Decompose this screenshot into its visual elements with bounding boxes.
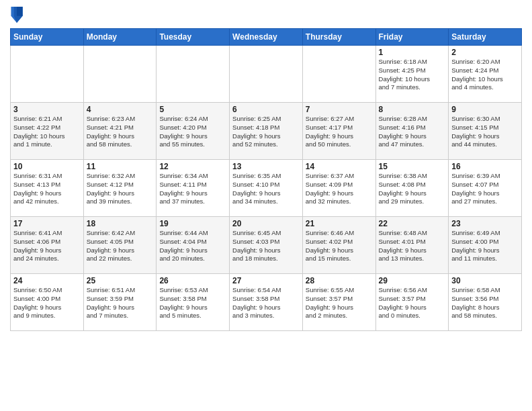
day-number: 22 xyxy=(379,219,446,228)
calendar-cell: 22Sunrise: 6:48 AM Sunset: 4:01 PM Dayli… xyxy=(375,217,449,274)
day-info: Sunrise: 6:28 AM Sunset: 4:16 PM Dayligh… xyxy=(379,115,446,149)
calendar-cell: 17Sunrise: 6:41 AM Sunset: 4:06 PM Dayli… xyxy=(11,217,84,274)
day-info: Sunrise: 6:21 AM Sunset: 4:22 PM Dayligh… xyxy=(13,115,81,149)
calendar-cell: 18Sunrise: 6:42 AM Sunset: 4:05 PM Dayli… xyxy=(83,217,157,274)
calendar-cell: 1Sunrise: 6:18 AM Sunset: 4:25 PM Daylig… xyxy=(375,46,449,103)
calendar-cell: 16Sunrise: 6:39 AM Sunset: 4:07 PM Dayli… xyxy=(449,160,522,217)
day-number: 4 xyxy=(87,105,154,114)
calendar-cell: 6Sunrise: 6:25 AM Sunset: 4:18 PM Daylig… xyxy=(230,103,303,160)
day-info: Sunrise: 6:34 AM Sunset: 4:11 PM Dayligh… xyxy=(159,172,226,206)
day-info: Sunrise: 6:32 AM Sunset: 4:12 PM Dayligh… xyxy=(87,172,154,206)
day-info: Sunrise: 6:24 AM Sunset: 4:20 PM Dayligh… xyxy=(159,115,226,149)
day-info: Sunrise: 6:44 AM Sunset: 4:04 PM Dayligh… xyxy=(159,229,226,263)
day-info: Sunrise: 6:42 AM Sunset: 4:05 PM Dayligh… xyxy=(87,229,154,263)
calendar-cell: 27Sunrise: 6:54 AM Sunset: 3:58 PM Dayli… xyxy=(230,274,303,331)
logo-icon xyxy=(10,7,24,23)
logo xyxy=(10,7,25,23)
day-number: 16 xyxy=(451,162,519,171)
weekday-header-row: SundayMondayTuesdayWednesdayThursdayFrid… xyxy=(11,29,522,46)
day-number: 18 xyxy=(87,219,154,228)
day-number: 17 xyxy=(13,219,81,228)
day-number: 29 xyxy=(379,276,446,285)
day-number: 28 xyxy=(306,276,373,285)
calendar-cell: 8Sunrise: 6:28 AM Sunset: 4:16 PM Daylig… xyxy=(375,103,449,160)
day-number: 8 xyxy=(379,105,446,114)
calendar-week-row: 24Sunrise: 6:50 AM Sunset: 4:00 PM Dayli… xyxy=(11,274,522,331)
calendar-week-row: 10Sunrise: 6:31 AM Sunset: 4:13 PM Dayli… xyxy=(11,160,522,217)
day-number: 30 xyxy=(451,276,519,285)
day-info: Sunrise: 6:27 AM Sunset: 4:17 PM Dayligh… xyxy=(306,115,373,149)
day-number: 21 xyxy=(306,219,373,228)
calendar-cell: 12Sunrise: 6:34 AM Sunset: 4:11 PM Dayli… xyxy=(157,160,230,217)
day-number: 7 xyxy=(306,105,373,114)
day-number: 1 xyxy=(379,48,446,57)
day-number: 23 xyxy=(451,219,519,228)
day-info: Sunrise: 6:23 AM Sunset: 4:21 PM Dayligh… xyxy=(87,115,154,149)
day-info: Sunrise: 6:51 AM Sunset: 3:59 PM Dayligh… xyxy=(87,286,154,320)
calendar-cell: 9Sunrise: 6:30 AM Sunset: 4:15 PM Daylig… xyxy=(449,103,522,160)
day-info: Sunrise: 6:50 AM Sunset: 4:00 PM Dayligh… xyxy=(13,286,81,320)
calendar-cell: 14Sunrise: 6:37 AM Sunset: 4:09 PM Dayli… xyxy=(302,160,375,217)
day-number: 6 xyxy=(232,105,300,114)
day-info: Sunrise: 6:58 AM Sunset: 3:56 PM Dayligh… xyxy=(451,286,519,320)
day-info: Sunrise: 6:38 AM Sunset: 4:08 PM Dayligh… xyxy=(379,172,446,206)
calendar-week-row: 17Sunrise: 6:41 AM Sunset: 4:06 PM Dayli… xyxy=(11,217,522,274)
calendar-cell: 4Sunrise: 6:23 AM Sunset: 4:21 PM Daylig… xyxy=(83,103,157,160)
day-info: Sunrise: 6:55 AM Sunset: 3:57 PM Dayligh… xyxy=(306,286,373,320)
day-info: Sunrise: 6:41 AM Sunset: 4:06 PM Dayligh… xyxy=(13,229,81,263)
calendar-body: 1Sunrise: 6:18 AM Sunset: 4:25 PM Daylig… xyxy=(11,46,522,331)
calendar-cell xyxy=(11,46,84,103)
weekday-header-cell: Friday xyxy=(375,29,449,46)
day-number: 25 xyxy=(87,276,154,285)
calendar-cell: 19Sunrise: 6:44 AM Sunset: 4:04 PM Dayli… xyxy=(157,217,230,274)
day-number: 11 xyxy=(87,162,154,171)
day-number: 26 xyxy=(159,276,226,285)
day-number: 27 xyxy=(232,276,300,285)
page-container: SundayMondayTuesdayWednesdayThursdayFrid… xyxy=(0,0,532,338)
day-number: 19 xyxy=(159,219,226,228)
calendar-cell: 2Sunrise: 6:20 AM Sunset: 4:24 PM Daylig… xyxy=(449,46,522,103)
day-number: 3 xyxy=(13,105,81,114)
day-info: Sunrise: 6:49 AM Sunset: 4:00 PM Dayligh… xyxy=(451,229,519,263)
day-number: 24 xyxy=(13,276,81,285)
day-number: 20 xyxy=(232,219,300,228)
calendar-week-row: 3Sunrise: 6:21 AM Sunset: 4:22 PM Daylig… xyxy=(11,103,522,160)
weekday-header-cell: Wednesday xyxy=(230,29,303,46)
calendar-table: SundayMondayTuesdayWednesdayThursdayFrid… xyxy=(10,28,522,331)
weekday-header-cell: Thursday xyxy=(302,29,375,46)
calendar-cell xyxy=(230,46,303,103)
calendar-cell: 25Sunrise: 6:51 AM Sunset: 3:59 PM Dayli… xyxy=(83,274,157,331)
day-number: 15 xyxy=(379,162,446,171)
day-info: Sunrise: 6:30 AM Sunset: 4:15 PM Dayligh… xyxy=(451,115,519,149)
day-info: Sunrise: 6:39 AM Sunset: 4:07 PM Dayligh… xyxy=(451,172,519,206)
day-number: 10 xyxy=(13,162,81,171)
calendar-cell: 24Sunrise: 6:50 AM Sunset: 4:00 PM Dayli… xyxy=(11,274,84,331)
weekday-header-cell: Tuesday xyxy=(157,29,230,46)
calendar-cell: 29Sunrise: 6:56 AM Sunset: 3:57 PM Dayli… xyxy=(375,274,449,331)
day-info: Sunrise: 6:56 AM Sunset: 3:57 PM Dayligh… xyxy=(379,286,446,320)
day-info: Sunrise: 6:31 AM Sunset: 4:13 PM Dayligh… xyxy=(13,172,81,206)
day-number: 2 xyxy=(451,48,519,57)
day-number: 5 xyxy=(159,105,226,114)
calendar-cell xyxy=(157,46,230,103)
day-number: 13 xyxy=(232,162,300,171)
calendar-cell xyxy=(302,46,375,103)
calendar-cell: 7Sunrise: 6:27 AM Sunset: 4:17 PM Daylig… xyxy=(302,103,375,160)
day-info: Sunrise: 6:45 AM Sunset: 4:03 PM Dayligh… xyxy=(232,229,300,263)
calendar-cell: 11Sunrise: 6:32 AM Sunset: 4:12 PM Dayli… xyxy=(83,160,157,217)
day-number: 14 xyxy=(306,162,373,171)
header xyxy=(10,7,522,23)
day-info: Sunrise: 6:53 AM Sunset: 3:58 PM Dayligh… xyxy=(159,286,226,320)
day-info: Sunrise: 6:25 AM Sunset: 4:18 PM Dayligh… xyxy=(232,115,300,149)
day-info: Sunrise: 6:46 AM Sunset: 4:02 PM Dayligh… xyxy=(306,229,373,263)
day-info: Sunrise: 6:54 AM Sunset: 3:58 PM Dayligh… xyxy=(232,286,300,320)
svg-marker-2 xyxy=(17,7,23,16)
weekday-header-cell: Saturday xyxy=(449,29,522,46)
calendar-cell: 30Sunrise: 6:58 AM Sunset: 3:56 PM Dayli… xyxy=(449,274,522,331)
calendar-cell: 15Sunrise: 6:38 AM Sunset: 4:08 PM Dayli… xyxy=(375,160,449,217)
day-info: Sunrise: 6:35 AM Sunset: 4:10 PM Dayligh… xyxy=(232,172,300,206)
calendar-cell: 5Sunrise: 6:24 AM Sunset: 4:20 PM Daylig… xyxy=(157,103,230,160)
day-info: Sunrise: 6:20 AM Sunset: 4:24 PM Dayligh… xyxy=(451,58,519,92)
day-info: Sunrise: 6:37 AM Sunset: 4:09 PM Dayligh… xyxy=(306,172,373,206)
calendar-cell: 26Sunrise: 6:53 AM Sunset: 3:58 PM Dayli… xyxy=(157,274,230,331)
